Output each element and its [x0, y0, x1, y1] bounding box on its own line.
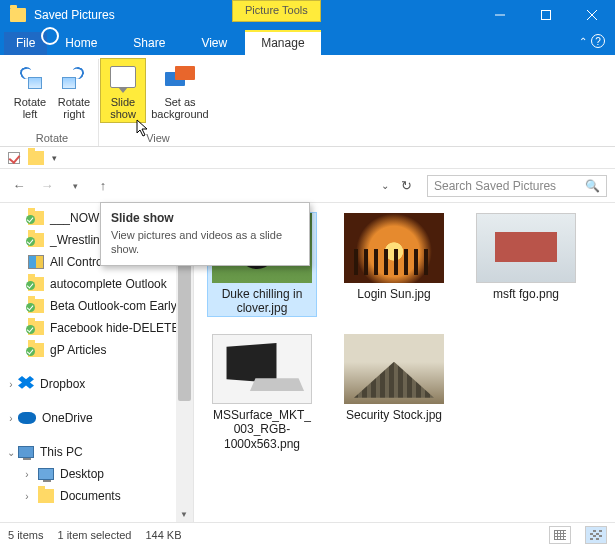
tree-item-desktop[interactable]: ›Desktop — [0, 463, 193, 485]
dropbox-icon — [18, 376, 34, 392]
status-bar: 5 items 1 item selected 144 KB — [0, 522, 615, 546]
expand-icon[interactable]: › — [22, 491, 32, 502]
file-item[interactable]: Login Sun.jpg — [340, 213, 448, 316]
nav-back-button[interactable]: ← — [8, 175, 30, 197]
tooltip: Slide show View pictures and videos as a… — [100, 202, 310, 266]
file-label: msft fgo.png — [493, 287, 559, 301]
nav-recent-button[interactable]: ▾ — [64, 175, 86, 197]
ribbon-group-rotate-label: Rotate — [36, 132, 68, 146]
projector-screen-icon — [110, 66, 136, 88]
nav-up-button[interactable]: ↑ — [92, 175, 114, 197]
ribbon-group-rotate: Rotate left Rotate right Rotate — [6, 59, 99, 146]
search-placeholder: Search Saved Pictures — [434, 179, 556, 193]
tree-item-label: Facebook hide-DELETE — [50, 321, 179, 335]
quick-access-toolbar: ▾ — [0, 147, 615, 169]
tab-manage[interactable]: Manage — [245, 30, 320, 55]
tooltip-title: Slide show — [111, 211, 299, 225]
breadcrumb[interactable]: ⌄ — [120, 180, 395, 191]
rotate-left-label: Rotate left — [9, 96, 51, 120]
slide-show-label: Slide show — [102, 96, 144, 120]
set-background-button[interactable]: Set as background — [145, 59, 215, 122]
set-background-label: Set as background — [146, 96, 214, 120]
slide-show-button[interactable]: Slide show — [101, 59, 145, 122]
svg-rect-1 — [542, 11, 551, 20]
tree-item-label: This PC — [40, 445, 83, 459]
ribbon-collapse-icon[interactable]: ⌃ — [579, 36, 587, 47]
title-bar: Saved Pictures Picture Tools — [0, 0, 615, 30]
qat-folder-icon[interactable] — [28, 151, 44, 165]
tree-item-label: Dropbox — [40, 377, 85, 391]
nav-fwd-button[interactable]: → — [36, 175, 58, 197]
tree-item[interactable]: gP Articles — [0, 339, 193, 361]
tree-item-documents[interactable]: ›Documents — [0, 485, 193, 507]
file-label: MSSurface_MKT_003_RGB-1000x563.png — [210, 408, 314, 451]
mouse-cursor-icon — [136, 119, 152, 139]
refresh-button[interactable]: ↻ — [401, 178, 421, 193]
file-item[interactable]: Security Stock.jpg — [340, 334, 448, 451]
rotate-left-icon — [18, 65, 42, 89]
minimize-button[interactable] — [477, 0, 523, 30]
scroll-down-icon[interactable]: ▼ — [180, 510, 188, 519]
window-title: Saved Pictures — [34, 8, 115, 22]
qat-customize-icon[interactable]: ▾ — [52, 153, 57, 163]
collapse-icon[interactable]: ⌄ — [6, 447, 16, 458]
tree-item-label: Beta Outlook-com Early — [50, 299, 177, 313]
expand-icon[interactable]: › — [22, 469, 32, 480]
thumbnail — [344, 213, 444, 283]
tree-item-dropbox[interactable]: ›Dropbox — [0, 373, 193, 395]
set-background-icon — [165, 66, 195, 88]
status-count: 5 items — [8, 529, 43, 541]
file-item[interactable]: MSSurface_MKT_003_RGB-1000x563.png — [208, 334, 316, 451]
close-button[interactable] — [569, 0, 615, 30]
file-label: Login Sun.jpg — [357, 287, 430, 301]
tree-item-thispc[interactable]: ⌄This PC — [0, 441, 193, 463]
tree-item[interactable]: Beta Outlook-com Early — [0, 295, 193, 317]
tab-view[interactable]: View — [183, 32, 245, 55]
chevron-down-icon[interactable]: ⌄ — [381, 180, 389, 191]
thumbnail — [476, 213, 576, 283]
onedrive-icon — [18, 412, 36, 424]
tooltip-body: View pictures and videos as a slide show… — [111, 228, 299, 257]
rotate-left-button[interactable]: Rotate left — [8, 59, 52, 122]
details-view-button[interactable] — [549, 526, 571, 544]
tree-item-label: Desktop — [60, 467, 104, 481]
search-icon: 🔍 — [585, 179, 600, 193]
tree-item-label: gP Articles — [50, 343, 106, 357]
tree-item-onedrive[interactable]: ›OneDrive — [0, 407, 193, 429]
expand-icon[interactable]: › — [6, 413, 16, 424]
control-panel-icon — [28, 255, 44, 269]
rotate-right-icon — [62, 65, 86, 89]
address-bar: ← → ▾ ↑ ⌄ ↻ Search Saved Pictures 🔍 — [0, 169, 615, 203]
contextual-tab-label: Picture Tools — [232, 0, 321, 22]
pc-icon — [18, 446, 34, 458]
tree-item[interactable]: Facebook hide-DELETE — [0, 317, 193, 339]
file-label: Security Stock.jpg — [346, 408, 442, 422]
ribbon-tabs: File Home Share View Manage ⌃ ? — [0, 30, 615, 55]
tree-item-label: ___NOW — [50, 211, 99, 225]
folder-icon — [28, 321, 44, 335]
status-size: 144 KB — [145, 529, 181, 541]
search-input[interactable]: Search Saved Pictures 🔍 — [427, 175, 607, 197]
tree-item-label: autocomplete Outlook — [50, 277, 167, 291]
folder-icon — [10, 8, 26, 22]
documents-icon — [38, 489, 54, 503]
thumbnails-view-button[interactable] — [585, 526, 607, 544]
qat-properties-icon[interactable] — [8, 152, 20, 164]
tree-item-label: OneDrive — [42, 411, 93, 425]
folder-icon — [28, 233, 44, 247]
rotate-right-button[interactable]: Rotate right — [52, 59, 96, 122]
file-item[interactable]: msft fgo.png — [472, 213, 580, 316]
cortana-icon[interactable] — [41, 27, 59, 45]
file-label: Duke chilling in clover.jpg — [210, 287, 314, 316]
tree-item[interactable]: autocomplete Outlook — [0, 273, 193, 295]
folder-icon — [28, 277, 44, 291]
thumbnail — [212, 334, 312, 404]
expand-icon[interactable]: › — [6, 379, 16, 390]
tab-share[interactable]: Share — [115, 32, 183, 55]
ribbon-group-view: Slide show Set as background View — [99, 59, 217, 146]
help-icon[interactable]: ? — [591, 34, 605, 48]
maximize-button[interactable] — [523, 0, 569, 30]
thumbnail — [344, 334, 444, 404]
folder-icon — [28, 211, 44, 225]
folder-icon — [28, 343, 44, 357]
